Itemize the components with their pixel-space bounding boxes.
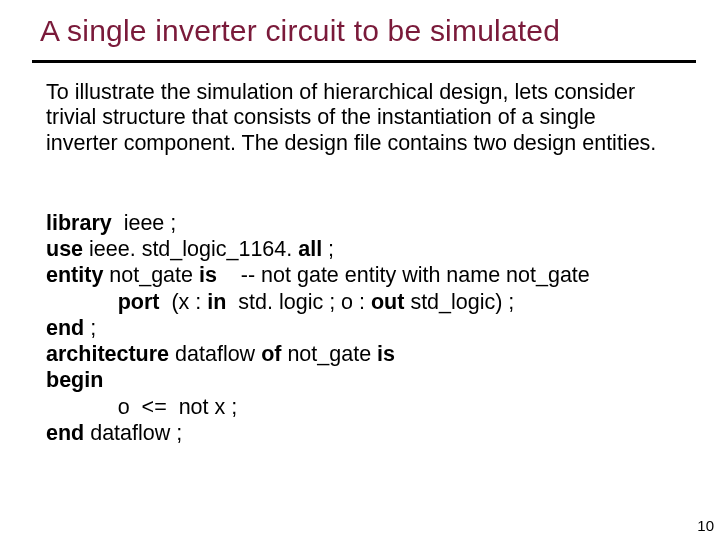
code-text: ieee ; — [112, 211, 177, 235]
code-text: std. logic ; o : — [226, 290, 371, 314]
code-comment: -- not gate entity with name not_gate — [217, 263, 590, 287]
kw-all: all — [298, 237, 322, 261]
kw-entity: entity — [46, 263, 103, 287]
code-text: dataflow — [169, 342, 261, 366]
slide: A single inverter circuit to be simulate… — [0, 0, 720, 540]
title-underline — [32, 60, 696, 63]
kw-end: end — [46, 316, 84, 340]
code-indent — [46, 290, 118, 314]
code-text: ; — [322, 237, 334, 261]
kw-is: is — [377, 342, 395, 366]
code-text: std_logic) ; — [404, 290, 514, 314]
kw-architecture: architecture — [46, 342, 169, 366]
code-indent — [46, 395, 118, 419]
kw-in: in — [207, 290, 226, 314]
kw-begin: begin — [46, 368, 103, 392]
kw-port: port — [118, 290, 160, 314]
page-number: 10 — [697, 517, 714, 534]
code-statement: o <= not x ; — [118, 395, 238, 419]
kw-is: is — [199, 263, 217, 287]
code-block: library ieee ; use ieee. std_logic_1164.… — [46, 210, 686, 446]
kw-use: use — [46, 237, 83, 261]
kw-out: out — [371, 290, 404, 314]
code-text: dataflow ; — [84, 421, 182, 445]
code-text: not_gate — [281, 342, 377, 366]
kw-of: of — [261, 342, 281, 366]
code-text: not_gate — [103, 263, 199, 287]
kw-library: library — [46, 211, 112, 235]
slide-title: A single inverter circuit to be simulate… — [40, 14, 700, 48]
code-text: ; — [84, 316, 96, 340]
intro-paragraph: To illustrate the simulation of hierarch… — [46, 80, 666, 156]
code-text: (x : — [159, 290, 207, 314]
code-text: ieee. std_logic_1164. — [83, 237, 298, 261]
kw-end: end — [46, 421, 84, 445]
